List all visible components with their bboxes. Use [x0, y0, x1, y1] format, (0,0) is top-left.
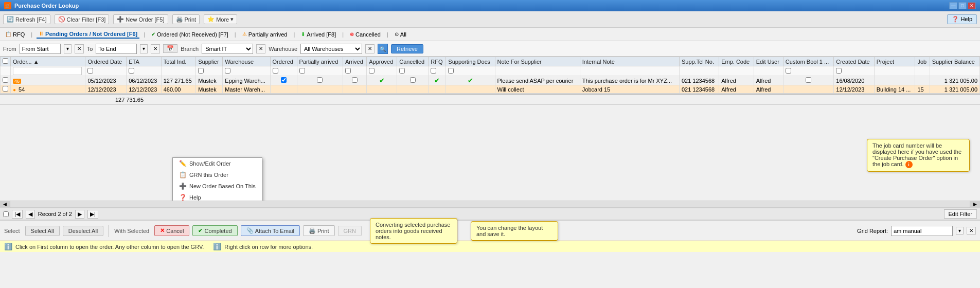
- scroll-right-button[interactable]: ▶: [970, 201, 980, 208]
- warehouse-clear-button[interactable]: ✕: [365, 44, 375, 53]
- grid-report-clear-button[interactable]: ✕: [967, 227, 976, 235]
- col-approved[interactable]: Approved: [367, 57, 397, 66]
- select-all-button[interactable]: Select All: [25, 226, 60, 236]
- warehouse-select[interactable]: All Warehouses: [300, 44, 362, 54]
- col-edit-user[interactable]: Edit User: [754, 57, 783, 66]
- select-all-header-checkbox[interactable]: [3, 58, 8, 64]
- row1-cancelled-check[interactable]: [410, 77, 416, 83]
- filter-supplier-checkbox[interactable]: [198, 68, 204, 74]
- grn-button[interactable]: GRN: [338, 226, 362, 236]
- filter-ordered-date-checkbox[interactable]: [87, 68, 93, 74]
- tab-pending[interactable]: ⏸ Pending Orders / Not Ordered [F6]: [37, 30, 139, 39]
- col-job[interactable]: Job: [915, 57, 930, 66]
- retrieve-button[interactable]: Retrieve: [391, 44, 423, 53]
- filter-cancelled-checkbox[interactable]: [399, 68, 405, 74]
- context-menu-item-grn[interactable]: 📋 GRN this Order: [173, 169, 262, 181]
- horizontal-scrollbar[interactable]: ◀ ▶: [0, 201, 980, 208]
- deselect-all-button[interactable]: Deselect All: [63, 226, 103, 236]
- print-button[interactable]: 🖨️ Print: [172, 14, 200, 24]
- row1-arrived-check[interactable]: [352, 77, 358, 83]
- clear-filter-button[interactable]: 🚫 Clear Filter [F3]: [55, 14, 110, 24]
- filter-partial-checkbox[interactable]: [299, 68, 305, 74]
- tab-arrived[interactable]: ⬇ Arrived [F8]: [299, 31, 338, 38]
- col-arrived[interactable]: Arrived: [343, 57, 366, 66]
- col-cancelled[interactable]: Cancelled: [397, 57, 429, 66]
- search-icon-button[interactable]: 🔍: [378, 44, 388, 54]
- attach-email-button[interactable]: 📎 Attach To Email: [241, 225, 300, 236]
- date-field-button[interactable]: 📅: [163, 44, 177, 53]
- col-supp-tel[interactable]: Supp.Tel No.: [679, 57, 719, 66]
- filter-created-date-checkbox[interactable]: [836, 68, 842, 74]
- context-menu-item-show-edit[interactable]: ✏️ Show/Edit Order: [173, 158, 262, 169]
- close-button[interactable]: ✕: [968, 2, 976, 9]
- filter-order-input[interactable]: [13, 67, 82, 75]
- cancel-button[interactable]: ✕ Cancel: [154, 225, 189, 236]
- col-ordered-date[interactable]: Ordered Date: [85, 57, 127, 66]
- from-clear-button[interactable]: ✕: [75, 44, 84, 53]
- col-total-ind[interactable]: Total Ind.: [161, 57, 196, 66]
- row2-checkbox[interactable]: [3, 86, 8, 92]
- col-created-date[interactable]: Created Date: [834, 57, 874, 66]
- col-note-supplier[interactable]: Note For Supplier: [495, 57, 580, 66]
- nav-checkbox[interactable]: [3, 211, 9, 217]
- to-input[interactable]: [96, 44, 137, 54]
- col-supplier-balance[interactable]: Supplier Balance: [930, 57, 979, 66]
- row1-partial-check[interactable]: [317, 77, 323, 83]
- filter-approved-checkbox[interactable]: [369, 68, 375, 74]
- table-row[interactable]: 46 05/12/2023 06/12/2023 127 271.65 Must…: [1, 76, 980, 85]
- context-menu-item-help[interactable]: ❓ Help: [173, 192, 262, 201]
- completed-button[interactable]: ✔ Completed: [192, 225, 237, 236]
- maximize-button[interactable]: □: [958, 2, 967, 9]
- context-menu-item-new-based[interactable]: ➕ New Order Based On This: [173, 181, 262, 192]
- row1-custom-bool[interactable]: [806, 77, 811, 83]
- from-dropdown-button[interactable]: ▾: [64, 44, 72, 53]
- col-rfq[interactable]: RFQ: [429, 57, 446, 66]
- row2-supp-tel: 021 1234568: [679, 85, 719, 94]
- scroll-left-button[interactable]: ◀: [0, 201, 10, 208]
- grid-report-input[interactable]: [891, 226, 953, 236]
- edit-filter-button[interactable]: Edit Filter: [944, 209, 977, 219]
- filter-rfq-checkbox[interactable]: [431, 68, 436, 74]
- col-internal-note[interactable]: Internal Note: [580, 57, 679, 66]
- col-warehouse[interactable]: Warehouse: [223, 57, 270, 66]
- branch-select[interactable]: Smart IT: [202, 44, 253, 54]
- new-order-button[interactable]: ➕ New Order [F5]: [113, 14, 168, 24]
- print-action-button[interactable]: 🖨️ Print: [303, 225, 335, 236]
- minimize-button[interactable]: —: [949, 2, 957, 9]
- nav-prev-button[interactable]: ◀: [26, 210, 35, 219]
- col-emp-code[interactable]: Emp. Code: [719, 57, 754, 66]
- to-dropdown-button[interactable]: ▾: [140, 44, 148, 53]
- tab-partial[interactable]: ⚠ Partially arrived: [240, 31, 290, 38]
- row1-checkbox[interactable]: [3, 77, 8, 83]
- help-button[interactable]: ❓ Help: [947, 14, 977, 24]
- to-clear-button[interactable]: ✕: [151, 44, 160, 53]
- nav-first-button[interactable]: |◀: [12, 210, 23, 219]
- nav-last-button[interactable]: ▶|: [87, 210, 98, 219]
- filter-docs-checkbox[interactable]: [448, 68, 454, 74]
- col-supplier[interactable]: Supplier: [196, 57, 223, 66]
- col-ordered[interactable]: Ordered: [270, 57, 297, 66]
- col-project[interactable]: Project: [874, 57, 915, 66]
- tab-cancelled[interactable]: ⊗ Cancelled: [348, 31, 383, 38]
- more-button[interactable]: ⭐ More ▾: [204, 14, 237, 24]
- filter-warehouse-checkbox[interactable]: [225, 68, 230, 74]
- tab-rfq[interactable]: 📋 RFQ: [3, 31, 27, 38]
- filter-arrived-checkbox[interactable]: [345, 68, 351, 74]
- filter-ordered-checkbox[interactable]: [273, 68, 278, 74]
- filter-eta-checkbox[interactable]: [129, 68, 134, 74]
- col-partial[interactable]: Partially arrived: [297, 57, 343, 66]
- col-eta[interactable]: ETA: [127, 57, 162, 66]
- refresh-button[interactable]: 🔄 Refresh [F4]: [3, 14, 50, 24]
- table-row[interactable]: ● 54 12/12/2023 12/12/2023 460.00 Mustek…: [1, 85, 980, 94]
- row1-ordered-check[interactable]: [281, 77, 287, 83]
- tab-all[interactable]: ⊙ All: [393, 31, 408, 38]
- grid-report-dropdown-button[interactable]: ▾: [956, 227, 964, 235]
- from-input[interactable]: [20, 44, 61, 54]
- filter-custom-bool-checkbox[interactable]: [786, 68, 791, 74]
- tab-ordered[interactable]: ✔ Ordered (Not Received) [F7]: [149, 31, 230, 38]
- col-docs[interactable]: Supporting Docs: [446, 57, 495, 66]
- col-order[interactable]: Order... ▲: [11, 57, 85, 66]
- col-custom-bool[interactable]: Custom Bool 1 ...: [783, 57, 833, 66]
- branch-clear-button[interactable]: ✕: [256, 44, 265, 53]
- nav-next-button[interactable]: ▶: [75, 210, 84, 219]
